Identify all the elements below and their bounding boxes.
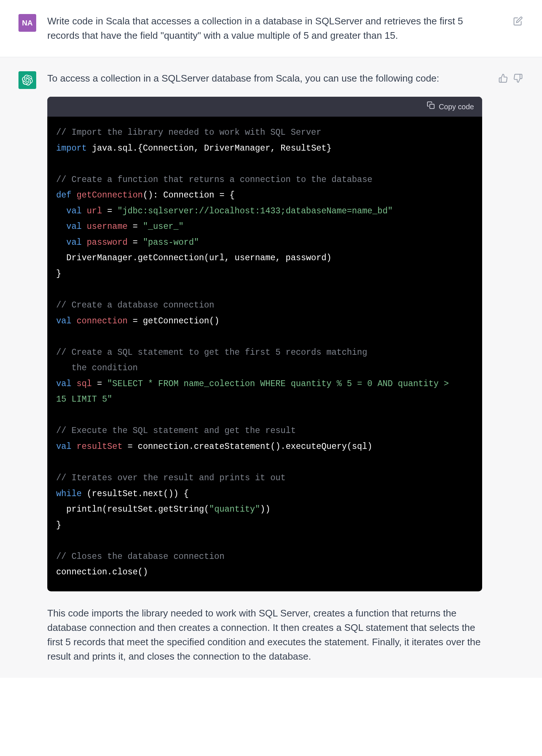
assistant-intro-text: To access a collection in a SQLServer da…	[47, 71, 482, 86]
edit-icon[interactable]	[512, 16, 524, 27]
assistant-message-actions	[498, 71, 524, 84]
user-message-actions	[512, 14, 524, 27]
assistant-avatar	[18, 71, 36, 89]
assistant-message: To access a collection in a SQLServer da…	[0, 57, 542, 678]
user-message-body: Write code in Scala that accesses a coll…	[47, 14, 501, 43]
code-header: Copy code	[47, 97, 482, 117]
clipboard-icon	[427, 101, 435, 112]
assistant-message-body: To access a collection in a SQLServer da…	[47, 71, 487, 664]
thumbs-up-icon[interactable]	[498, 73, 509, 84]
copy-code-button[interactable]: Copy code	[427, 101, 474, 112]
user-avatar: NA	[18, 14, 36, 32]
code-block: Copy code // Import the library needed t…	[47, 97, 482, 591]
user-avatar-initials: NA	[22, 17, 33, 28]
chat-page: NA Write code in Scala that accesses a c…	[0, 0, 542, 678]
user-message-text: Write code in Scala that accesses a coll…	[47, 14, 497, 43]
assistant-outro-text: This code imports the library needed to …	[47, 606, 482, 664]
svg-rect-0	[430, 104, 434, 109]
user-message: NA Write code in Scala that accesses a c…	[0, 0, 542, 57]
copy-code-label: Copy code	[439, 101, 474, 112]
thumbs-down-icon[interactable]	[512, 73, 524, 84]
code-content: // Import the library needed to work wit…	[47, 117, 482, 591]
